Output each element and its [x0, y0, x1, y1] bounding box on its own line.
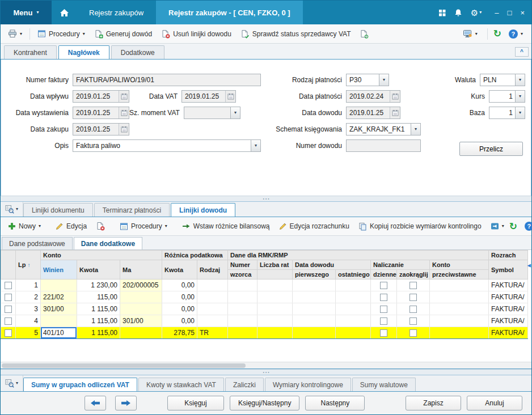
zaokraglij-checkbox[interactable] [409, 282, 417, 289]
tab-sumy-walutowe[interactable]: Sumy walutowe [352, 378, 416, 391]
cell-lp[interactable]: 5 [16, 327, 41, 339]
cell-roznica-kwota[interactable]: 278,75 [162, 327, 197, 339]
schemat-ksiegowania-select[interactable]: ZAK_KRAJK_FK1 ▾ [346, 123, 421, 135]
apps-grid-button[interactable] [438, 9, 446, 16]
wstaw-roznice-button[interactable]: Wstaw różnice bilansową [178, 219, 274, 233]
minimize-button[interactable]: – [495, 9, 499, 17]
tab-dane-dodatkowe[interactable]: Dane dodatkowe [74, 237, 142, 249]
cell-symbol[interactable]: FAKTURA/ [489, 280, 528, 291]
rodzaj-platnosci-select[interactable]: P30 ▾ [346, 74, 389, 86]
cell-data-ostatniego[interactable] [336, 303, 371, 315]
calendar-button[interactable] [225, 91, 235, 102]
col-header-pierwszego[interactable]: pierwszego [293, 270, 336, 280]
cell-select[interactable] [1, 280, 16, 291]
cell-winien[interactable] [41, 315, 77, 327]
cell-kwota[interactable]: 1 115,00 [77, 327, 120, 339]
help-button[interactable]: ? ▾ [505, 27, 527, 41]
notifications-button[interactable] [454, 9, 462, 17]
cell-liczba-rat[interactable] [257, 291, 293, 303]
nav-previous-button[interactable] [85, 396, 106, 410]
maximize-button[interactable]: □ [508, 9, 512, 17]
top-tab-rejestr-zakupow[interactable]: Rejestr zakupów [77, 1, 156, 24]
cell-liczba-rat[interactable] [257, 327, 293, 339]
row-checkbox[interactable] [5, 282, 12, 289]
col-header-data-dowodu[interactable]: Data dowodu [293, 260, 371, 270]
horizontal-scrollbar[interactable] [1, 362, 531, 369]
cell-lp[interactable]: 1 [16, 280, 41, 291]
cell-roznica-kwota[interactable]: 0,00 [162, 280, 197, 291]
display-settings-button[interactable]: ▾ [459, 27, 482, 41]
group-header-konto[interactable]: Konto [41, 251, 162, 260]
cell-dzienne[interactable] [371, 303, 397, 315]
sprawdz-vat-button[interactable]: Sprawdź status sprzedawcy VAT [237, 27, 355, 41]
anuluj-button[interactable]: Anuluj [467, 396, 522, 410]
dropdown-button[interactable]: ▾ [515, 91, 525, 102]
dzienne-checkbox[interactable] [380, 317, 387, 325]
tab-linijki-dokumentu[interactable]: Linijki dokumentu [23, 203, 93, 217]
dropdown-button[interactable]: ▾ [411, 124, 420, 135]
cell-dzienne[interactable] [371, 291, 397, 303]
col-header-wzorca[interactable]: wzorca [228, 270, 257, 280]
tab-kwoty-w-stawkach-vat[interactable]: Kwoty w stawkach VAT [138, 378, 224, 391]
group-header-rozrachunek[interactable]: Rozrach [489, 251, 528, 260]
waluta-select[interactable]: PLN ▾ [480, 74, 525, 86]
table-row-selected[interactable]: 5 401/10 1 115,00 278,75 TR FAKTURA/ [1, 327, 528, 339]
nastepny-button[interactable]: Następny [305, 396, 365, 410]
cell-zaokraglij[interactable] [397, 315, 430, 327]
close-button[interactable]: × [520, 9, 525, 17]
col-header-kwota[interactable]: Kwota [77, 260, 120, 280]
cell-winien[interactable]: 221/02 [41, 291, 77, 303]
horizontal-splitter[interactable]: ⋯ [1, 196, 531, 202]
tab-sumy-w-grupach-odliczen-vat[interactable]: Sumy w grupach odliczeń VAT [23, 378, 137, 391]
cell-ma[interactable] [120, 303, 162, 315]
cell-ma[interactable] [120, 327, 162, 339]
dropdown-button[interactable]: ▾ [379, 74, 389, 86]
col-header-zaokraglij[interactable]: zaokrąglij [397, 270, 430, 280]
cell-rodzaj[interactable]: TR [197, 327, 228, 339]
zapisz-button[interactable]: Zapisz [406, 396, 461, 410]
nowy-button[interactable]: Nowy ▾ [4, 219, 45, 233]
zaokraglij-checkbox[interactable] [409, 329, 417, 337]
cell-symbol[interactable]: FAKTURA/ [489, 303, 528, 315]
tab-wymiary-kontrolingowe[interactable]: Wymiary kontrolingowe [265, 378, 351, 391]
window-navigate-button[interactable]: ▾ [487, 219, 508, 233]
data-zakupu-field[interactable]: 2019.01.25 [73, 123, 129, 135]
cell-roznica-kwota[interactable]: 0,00 [162, 291, 197, 303]
cell-numer-wzorca[interactable] [228, 315, 257, 327]
zaokraglij-checkbox[interactable] [409, 306, 417, 313]
cell-konto-przeciwstawne[interactable] [430, 315, 489, 327]
cell-lp[interactable]: 4 [16, 315, 41, 327]
przelicz-button[interactable]: Przelicz [459, 142, 523, 156]
cell-konto-przeciwstawne[interactable] [430, 327, 489, 339]
cell-select[interactable] [1, 291, 16, 303]
collapse-panel-button[interactable]: ^ [515, 47, 529, 57]
cell-symbol[interactable]: FAKTURA/ [489, 315, 528, 327]
cell-ma[interactable] [120, 291, 162, 303]
data-platnosci-field[interactable]: 2019.02.24 [346, 90, 400, 103]
cell-rodzaj[interactable] [197, 303, 228, 315]
cell-roznica-kwota[interactable]: 0,00 [162, 315, 197, 327]
dzienne-checkbox[interactable] [380, 294, 387, 301]
col-header-naliczanie[interactable]: Naliczanie [371, 260, 430, 270]
ksieguj-nastepny-button[interactable]: Księguj/Następny [230, 396, 299, 410]
usun-linijki-button[interactable]: Usuń linijki dowodu [157, 27, 235, 41]
baza-field[interactable]: 1 ▾ [489, 107, 525, 119]
edycja-rozrachunku-button[interactable]: Edycja rozrachunku [275, 219, 353, 233]
generuj-dowod-button[interactable]: Generuj dowód [90, 27, 156, 41]
kurs-field[interactable]: 1 ▾ [489, 90, 525, 103]
cell-symbol[interactable]: FAKTURA/ [489, 327, 528, 339]
cell-numer-wzorca[interactable] [228, 327, 257, 339]
cell-data-ostatniego[interactable] [336, 280, 371, 291]
cell-data-pierwszego[interactable] [293, 315, 336, 327]
home-button[interactable] [52, 1, 77, 24]
cell-zaokraglij[interactable] [397, 280, 430, 291]
dropdown-button[interactable]: ▾ [515, 107, 525, 118]
refresh-button[interactable]: ↻ [493, 28, 501, 40]
cell-dzienne[interactable] [371, 315, 397, 327]
edycja-button[interactable]: Edycja [52, 219, 91, 233]
data-wystawienia-field[interactable]: 2019.01.25 [73, 107, 129, 119]
col-header-konto-przeciwstawne[interactable]: Konto [430, 260, 489, 270]
group-header-rmk-rmp[interactable]: Dane dla RMK/RMP [228, 251, 489, 260]
cell-lp[interactable]: 2 [16, 291, 41, 303]
zaokraglij-checkbox[interactable] [409, 294, 417, 301]
